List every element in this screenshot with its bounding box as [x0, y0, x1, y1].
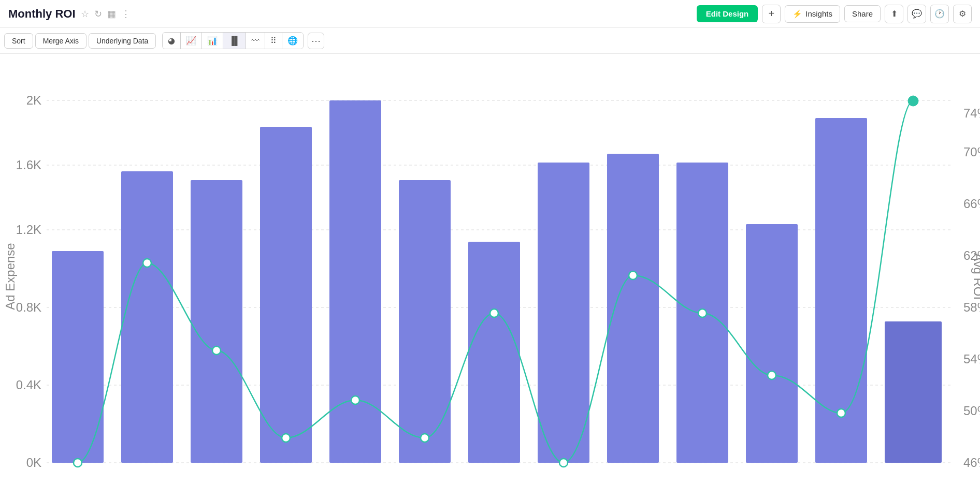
svg-text:46%: 46%	[963, 455, 980, 469]
svg-point-35	[212, 346, 221, 355]
svg-text:66%: 66%	[963, 197, 980, 211]
sort-button[interactable]: Sort	[4, 33, 33, 49]
pie-icon: ◕	[168, 36, 175, 46]
svg-rect-32	[885, 321, 942, 463]
insights-label: Insights	[805, 9, 832, 18]
chart-type-selector: ◕ 📈 📊 ▐▌ 〰 ⠿ 🌐	[162, 32, 304, 49]
svg-text:Ad Expense: Ad Expense	[3, 243, 17, 310]
svg-point-45	[908, 96, 918, 106]
share-button[interactable]: Share	[844, 5, 881, 22]
bar-icon: 📊	[207, 36, 218, 46]
merge-axis-button[interactable]: Merge Axis	[35, 33, 87, 49]
svg-text:50%: 50%	[963, 404, 980, 418]
svg-text:74%: 74%	[963, 106, 980, 120]
svg-point-36	[282, 434, 290, 442]
pie-chart-button[interactable]: ◕	[163, 33, 181, 49]
svg-point-39	[490, 309, 498, 317]
comment-button[interactable]: 💬	[907, 5, 926, 23]
svg-point-40	[559, 459, 568, 467]
svg-text:0.8K: 0.8K	[16, 300, 41, 314]
area-chart-button[interactable]: 〰	[246, 33, 265, 49]
svg-rect-30	[746, 224, 798, 463]
svg-text:54%: 54%	[963, 352, 980, 366]
svg-text:70%: 70%	[963, 145, 980, 159]
save-icon[interactable]: ▦	[107, 8, 116, 20]
svg-rect-22	[191, 180, 242, 463]
chart-svg: .grid-line { stroke: #d8d8d8; stroke-das…	[0, 54, 980, 485]
svg-point-41	[629, 271, 637, 280]
svg-point-42	[698, 309, 707, 317]
edit-design-button[interactable]: Edit Design	[697, 5, 758, 22]
svg-text:2K: 2K	[26, 93, 41, 107]
bar-chart-button[interactable]: 📊	[202, 33, 223, 49]
scatter-icon: ⠿	[270, 36, 277, 46]
svg-text:1.2K: 1.2K	[16, 223, 41, 237]
page-title: Monthly ROI	[8, 7, 76, 21]
line-icon: 📈	[186, 36, 196, 46]
chart-container: .grid-line { stroke: #d8d8d8; stroke-das…	[0, 54, 980, 485]
svg-rect-25	[399, 180, 451, 463]
svg-text:Avg ROI: Avg ROI	[971, 253, 980, 300]
column-chart-button[interactable]: ▐▌	[223, 33, 246, 49]
export-icon: ⬆	[891, 9, 898, 19]
svg-point-44	[837, 409, 845, 417]
geo-chart-button[interactable]: 🌐	[282, 33, 303, 49]
header-actions: Edit Design + ⚡ Insights Share ⬆ 💬 🕐 ⚙	[697, 5, 972, 23]
svg-text:0K: 0K	[26, 455, 41, 469]
svg-rect-23	[260, 127, 312, 463]
svg-text:0.4K: 0.4K	[16, 378, 41, 392]
svg-text:58%: 58%	[963, 300, 980, 314]
export-button[interactable]: ⬆	[885, 5, 903, 23]
svg-point-37	[351, 396, 359, 404]
svg-rect-26	[468, 242, 520, 463]
comment-icon: 💬	[912, 9, 922, 19]
plus-button[interactable]: +	[762, 5, 781, 23]
geo-icon: 🌐	[287, 36, 298, 46]
svg-point-38	[421, 434, 429, 442]
svg-rect-27	[538, 163, 589, 463]
insights-button[interactable]: ⚡ Insights	[785, 5, 840, 23]
svg-rect-21	[121, 171, 173, 463]
svg-point-43	[768, 371, 776, 379]
header: Monthly ROI ☆ ↻ ▦ ⋮ Edit Design + ⚡ Insi…	[0, 0, 980, 28]
svg-text:1.6K: 1.6K	[16, 158, 41, 172]
more-icon: ⋯	[311, 35, 321, 47]
underlying-data-button[interactable]: Underlying Data	[89, 33, 156, 49]
more-icon[interactable]: ⋮	[121, 8, 131, 20]
area-icon: 〰	[251, 36, 260, 46]
svg-rect-24	[329, 100, 381, 463]
plus-icon: +	[768, 8, 774, 20]
insights-icon: ⚡	[792, 9, 802, 19]
scatter-chart-button[interactable]: ⠿	[265, 33, 282, 49]
history-icon: 🕐	[934, 9, 945, 19]
settings-button[interactable]: ⚙	[953, 5, 972, 23]
refresh-icon[interactable]: ↻	[94, 8, 102, 20]
title-area: Monthly ROI ☆ ↻ ▦ ⋮	[8, 7, 697, 21]
toolbar: Sort Merge Axis Underlying Data ◕ 📈 📊 ▐▌…	[0, 28, 980, 54]
line-chart-button[interactable]: 📈	[181, 33, 202, 49]
more-charts-button[interactable]: ⋯	[308, 33, 324, 49]
svg-point-33	[74, 459, 82, 467]
column-icon: ▐▌	[228, 36, 240, 46]
settings-icon: ⚙	[959, 9, 966, 19]
star-icon[interactable]: ☆	[81, 8, 89, 20]
history-button[interactable]: 🕐	[930, 5, 949, 23]
svg-point-34	[143, 259, 151, 267]
